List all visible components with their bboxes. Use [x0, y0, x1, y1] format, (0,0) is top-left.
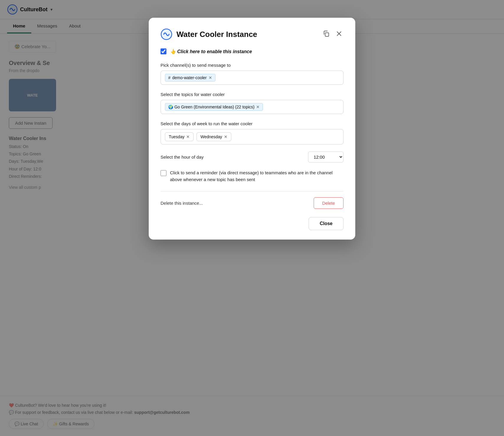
- day-tag-tuesday: Tuesday ✕: [165, 132, 194, 141]
- channel-tag-remove-button[interactable]: ✕: [209, 76, 212, 80]
- days-tag-input[interactable]: Tuesday ✕ Wednesday ✕: [161, 129, 343, 144]
- day-tag-wednesday: Wednesday ✕: [197, 132, 231, 141]
- delete-button[interactable]: Delete: [314, 197, 343, 209]
- day-tag-wednesday-remove-button[interactable]: ✕: [224, 134, 228, 139]
- channel-label: Pick channel(s) to send message to: [161, 63, 343, 68]
- channel-tag-input[interactable]: # demo-water-cooler ✕: [161, 71, 343, 85]
- reminder-row[interactable]: Click to send a reminder (via direct mes…: [161, 170, 343, 183]
- day-tag-wednesday-text: Wednesday: [200, 134, 222, 139]
- day-tag-tuesday-text: Tuesday: [169, 134, 184, 139]
- channel-tag-text: demo-water-cooler: [172, 75, 207, 80]
- topics-tag-text: 🌍 Go Green (Environmental Ideas) (22 top…: [168, 105, 254, 109]
- day-tag-tuesday-remove-button[interactable]: ✕: [186, 134, 190, 139]
- water-cooler-modal: Water Cooler Instance 👆: [149, 18, 355, 240]
- delete-row: Delete this instance... Delete: [161, 191, 343, 209]
- modal-logo-icon: [161, 28, 172, 40]
- delete-label: Delete this instance...: [161, 201, 203, 206]
- modal-close-button[interactable]: [335, 29, 343, 40]
- channel-tag: # demo-water-cooler ✕: [165, 74, 215, 82]
- days-field-group: Select the days of week to run the water…: [161, 121, 343, 144]
- modal-footer: Close: [161, 215, 343, 230]
- topics-tag: 🌍 Go Green (Environmental Ideas) (22 top…: [165, 103, 263, 111]
- enable-instance-label: 👆 Click here to enable this instance: [170, 49, 252, 54]
- modal-header-actions: [322, 29, 343, 40]
- hour-row: Select the hour of day 12:00 1:00 2:00 3…: [161, 152, 343, 162]
- svg-rect-2: [325, 33, 329, 36]
- modal-title: Water Cooler Instance: [176, 30, 318, 39]
- topics-tag-input[interactable]: 🌍 Go Green (Environmental Ideas) (22 top…: [161, 100, 343, 114]
- topics-field-group: Select the topics for water cooler 🌍 Go …: [161, 92, 343, 114]
- modal-overlay: Water Cooler Instance 👆: [0, 0, 504, 436]
- reminder-text: Click to send a reminder (via direct mes…: [170, 170, 343, 183]
- modal-header: Water Cooler Instance: [161, 28, 343, 40]
- topics-tag-remove-button[interactable]: ✕: [256, 105, 260, 109]
- enable-instance-row[interactable]: 👆 Click here to enable this instance: [161, 48, 343, 54]
- close-modal-button[interactable]: Close: [309, 217, 343, 230]
- reminder-checkbox[interactable]: [161, 170, 166, 176]
- hour-select[interactable]: 12:00 1:00 2:00 3:00 9:00 10:00 11:00 13…: [308, 152, 343, 162]
- days-label: Select the days of week to run the water…: [161, 121, 343, 126]
- enable-instance-checkbox[interactable]: [161, 48, 166, 54]
- topics-label: Select the topics for water cooler: [161, 92, 343, 97]
- channel-field-group: Pick channel(s) to send message to # dem…: [161, 63, 343, 85]
- hour-label: Select the hour of day: [161, 154, 204, 160]
- modal-copy-button[interactable]: [322, 29, 330, 40]
